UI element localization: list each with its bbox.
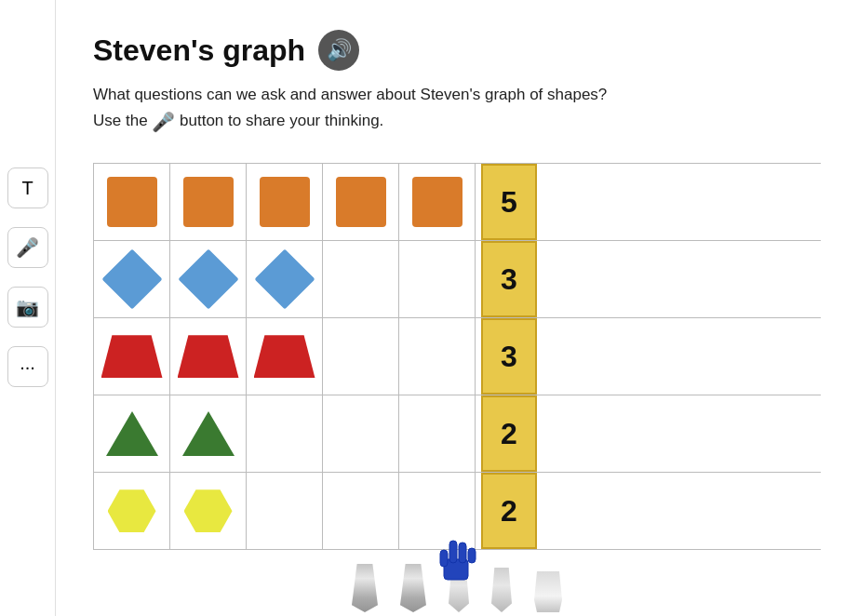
subtitle: What questions can we ask and answer abo… bbox=[93, 82, 821, 137]
shape-diamond bbox=[101, 249, 162, 310]
graph-cell bbox=[323, 318, 399, 395]
count-cell-triangles: 2 bbox=[481, 395, 537, 472]
graph-row-hexagons: 2 bbox=[93, 472, 821, 550]
graph-cell bbox=[323, 395, 399, 472]
graph-row-diamonds: 3 bbox=[93, 240, 821, 317]
shape-square bbox=[336, 177, 386, 227]
graph-cell bbox=[94, 241, 170, 317]
graph-cell bbox=[399, 395, 476, 472]
shape-square bbox=[107, 177, 157, 227]
graph-cell bbox=[94, 395, 170, 472]
graph-cells-hexagons bbox=[93, 473, 476, 549]
graph-cell bbox=[247, 395, 323, 472]
graph-cell bbox=[323, 473, 399, 549]
bottom-toolbar bbox=[56, 560, 858, 616]
shape-triangle bbox=[106, 411, 158, 456]
audio-button[interactable]: 🔊 bbox=[318, 30, 359, 71]
shape-hexagon bbox=[108, 489, 156, 532]
page-title: Steven's graph bbox=[93, 33, 305, 68]
eraser-tool[interactable] bbox=[534, 571, 562, 612]
main-content: Steven's graph 🔊 What questions can we a… bbox=[56, 0, 858, 569]
graph-cell bbox=[247, 241, 323, 317]
more-tool-button[interactable]: ··· bbox=[7, 346, 48, 387]
title-row: Steven's graph 🔊 bbox=[93, 30, 821, 71]
pencil-tool-2[interactable] bbox=[400, 564, 426, 612]
graph-container: 5 3 3 bbox=[93, 163, 821, 550]
marker-tool-2[interactable] bbox=[491, 568, 512, 612]
count-cell-diamonds: 3 bbox=[481, 241, 537, 317]
audio-icon: 🔊 bbox=[327, 38, 352, 62]
shape-trapezoid bbox=[254, 335, 315, 378]
shape-hexagon bbox=[184, 489, 233, 532]
graph-cell bbox=[170, 241, 247, 317]
text-tool-button[interactable]: T bbox=[7, 167, 48, 208]
pencil-tool-1[interactable] bbox=[352, 564, 378, 612]
graph-cell bbox=[323, 241, 399, 317]
count-cell-hexagons: 2 bbox=[481, 473, 537, 549]
graph-cell bbox=[247, 164, 323, 240]
graph-row-triangles: 2 bbox=[93, 395, 821, 472]
shape-trapezoid bbox=[178, 335, 239, 378]
shape-diamond bbox=[178, 249, 238, 310]
subtitle-line2-start: Use the bbox=[93, 113, 148, 130]
graph-cell bbox=[399, 241, 476, 317]
graph-cells-squares bbox=[93, 164, 476, 240]
marker-tool-1[interactable] bbox=[449, 568, 469, 612]
mic-tool-button[interactable]: 🎤 bbox=[7, 227, 48, 268]
graph-cell bbox=[323, 164, 399, 240]
left-toolbar: T 🎤 📷 ··· bbox=[0, 0, 56, 616]
graph-cell bbox=[170, 318, 247, 395]
shape-square bbox=[412, 177, 463, 227]
graph-cell bbox=[170, 473, 247, 549]
shape-square bbox=[183, 177, 234, 227]
graph-row-trapezoids: 3 bbox=[93, 317, 821, 395]
graph-cells-triangles bbox=[93, 395, 476, 472]
shape-triangle bbox=[182, 411, 235, 456]
graph-cell bbox=[247, 318, 323, 395]
shape-square bbox=[260, 177, 310, 227]
graph-cell bbox=[94, 318, 170, 395]
count-cell-squares: 5 bbox=[481, 164, 537, 240]
camera-tool-button[interactable]: 📷 bbox=[7, 287, 48, 328]
graph-cells-diamonds bbox=[93, 241, 476, 317]
camera-icon: 📷 bbox=[16, 296, 39, 318]
graph-cell bbox=[170, 395, 247, 472]
shape-diamond bbox=[254, 249, 315, 310]
graph-cell bbox=[399, 318, 476, 395]
graph-cell bbox=[170, 164, 247, 240]
mic-inline-icon: 🎤 bbox=[152, 107, 175, 137]
mic-icon: 🎤 bbox=[16, 236, 39, 259]
subtitle-line1: What questions can we ask and answer abo… bbox=[93, 86, 607, 103]
graph-cells-trapezoids bbox=[93, 318, 476, 395]
graph-cell bbox=[399, 473, 476, 549]
graph-row-squares: 5 bbox=[93, 163, 821, 240]
graph-cell bbox=[247, 473, 323, 549]
text-icon: T bbox=[21, 178, 33, 199]
shape-trapezoid bbox=[101, 335, 163, 378]
more-icon: ··· bbox=[20, 356, 35, 378]
subtitle-line2-end: button to share your thinking. bbox=[180, 113, 383, 130]
count-cell-trapezoids: 3 bbox=[481, 318, 537, 395]
graph-cell bbox=[94, 473, 170, 549]
graph-cell bbox=[399, 164, 476, 240]
graph-cell bbox=[94, 164, 170, 240]
